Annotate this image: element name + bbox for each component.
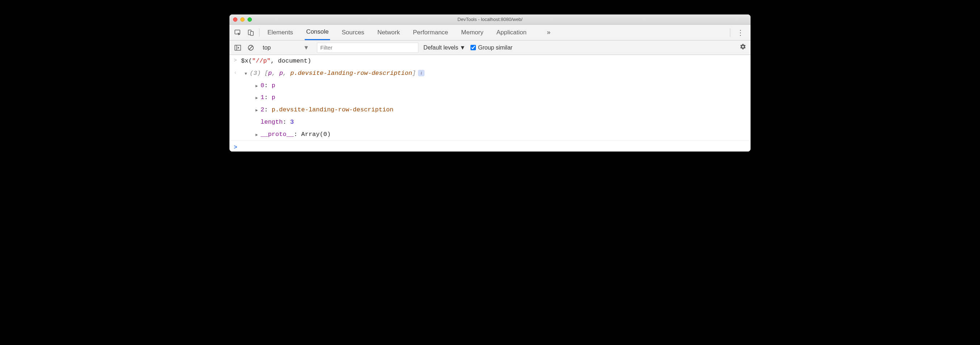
clear-console-icon[interactable] [247, 44, 255, 52]
more-tabs-button[interactable]: » [547, 29, 550, 36]
tab-elements[interactable]: Elements [266, 25, 294, 40]
filter-input[interactable] [317, 43, 418, 53]
inspect-element-icon[interactable] [234, 29, 242, 37]
input-prompt-icon: > [234, 56, 241, 65]
context-value: top [263, 45, 271, 51]
expand-triangle-icon[interactable]: ▶ [256, 83, 261, 90]
context-selector[interactable]: top ▼ [260, 44, 312, 52]
input-prompt-icon: > [234, 142, 241, 151]
devtools-tabbar: Elements Console Sources Network Perform… [229, 25, 751, 40]
device-toolbar-icon[interactable] [247, 29, 255, 37]
array-proto-row[interactable]: ▶__proto__: Array(0) [229, 129, 751, 141]
console-output: > $x("//p", document) ‹ ▼(3) [p, p, p.de… [229, 55, 751, 151]
group-similar-checkbox[interactable] [471, 45, 476, 50]
console-settings-icon[interactable] [740, 43, 746, 52]
levels-label: Default levels [423, 45, 458, 51]
tab-performance[interactable]: Performance [412, 25, 449, 40]
output-prompt-icon: ‹ [234, 68, 241, 77]
array-item-row[interactable]: ▶2: p.devsite-landing-row-description [229, 104, 751, 116]
devtools-window: DevTools - localhost:8080/web/ Elements … [229, 14, 751, 151]
info-badge-icon[interactable]: i [418, 70, 425, 76]
console-input-row[interactable]: > $x("//p", document) [229, 55, 751, 67]
console-prompt-row[interactable]: > [229, 141, 751, 151]
tab-memory[interactable]: Memory [460, 25, 485, 40]
settings-menu-button[interactable]: ⋮ [735, 28, 746, 37]
window-title: DevTools - localhost:8080/web/ [229, 17, 751, 22]
console-command: $x("//p", document) [241, 56, 746, 67]
console-toolbar: top ▼ Default levels ▼ Group similar [229, 40, 751, 55]
log-levels-selector[interactable]: Default levels ▼ [423, 45, 465, 51]
console-result-row: ‹ ▼(3) [p, p, p.devsite-landing-row-desc… [229, 67, 751, 79]
panel-tabs: Elements Console Sources Network Perform… [266, 25, 550, 40]
svg-rect-2 [250, 32, 253, 35]
array-item-row[interactable]: ▶0: p [229, 79, 751, 92]
window-titlebar: DevTools - localhost:8080/web/ [229, 14, 751, 25]
group-similar-label: Group similar [478, 45, 512, 51]
chevron-down-icon: ▼ [303, 45, 309, 51]
tab-network[interactable]: Network [376, 25, 401, 40]
expand-triangle-icon[interactable]: ▶ [256, 107, 261, 114]
array-item-row[interactable]: ▶1: p [229, 92, 751, 104]
expand-triangle-icon[interactable]: ▶ [256, 132, 261, 138]
array-length-row: length: 3 [229, 116, 751, 129]
svg-line-6 [249, 46, 253, 49]
chevron-down-icon: ▼ [460, 45, 465, 51]
group-similar-toggle[interactable]: Group similar [471, 45, 512, 51]
tab-application[interactable]: Application [495, 25, 528, 40]
expand-triangle-icon[interactable]: ▶ [256, 95, 261, 102]
tab-console[interactable]: Console [305, 25, 330, 40]
toggle-sidebar-icon[interactable] [234, 44, 242, 52]
collapse-triangle-icon[interactable]: ▼ [245, 70, 250, 77]
tab-sources[interactable]: Sources [340, 25, 366, 40]
result-summary[interactable]: ▼(3) [p, p, p.devsite-landing-row-descri… [241, 68, 746, 79]
